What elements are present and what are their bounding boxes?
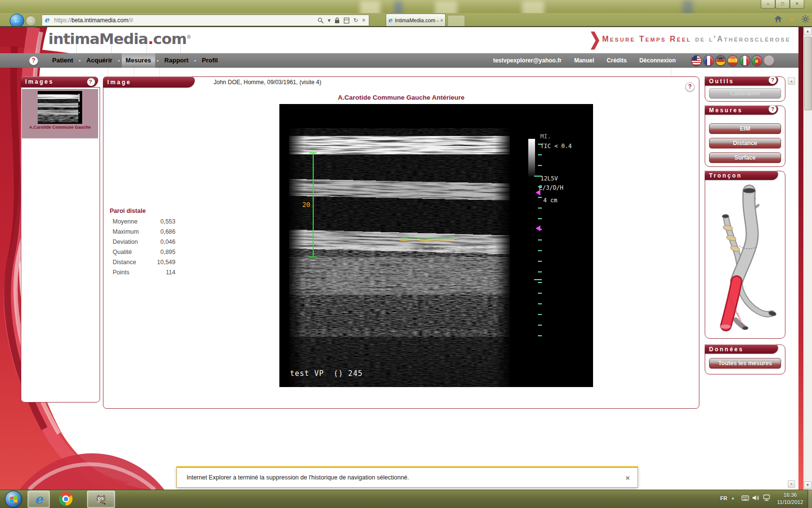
flag-de-icon[interactable] [715,55,726,66]
tray-keyboard-icon[interactable] [741,494,750,503]
search-icon[interactable] [318,17,324,24]
outils-help-button[interactable]: ? [768,76,777,84]
nav-item-patient[interactable]: Patient [48,53,77,68]
ie-notification-bar: Internet Explorer a terminé la suppressi… [176,466,638,488]
scrollbar-down-button[interactable]: ▼ [804,481,812,489]
refresh-icon[interactable]: ↻ [353,17,358,24]
distance-button[interactable]: Distance [709,138,781,149]
tray-network-icon[interactable] [763,494,771,503]
divider [134,68,134,76]
bg-right-red-strip [798,27,803,490]
close-icon: × [796,1,798,6]
artery-diagram[interactable]: © 2011 IntimaMedia.com [711,184,779,335]
site-logo[interactable]: intimaMedia.com® [48,30,191,47]
compatibility-view-icon[interactable] [344,17,349,24]
tab-close-icon[interactable]: × [440,17,443,23]
tab-favicon: e [388,17,395,24]
nav-right-group: testvpexplorer@yahoo.fr Manuel Crédits D… [493,53,774,68]
caliper-bottom-cap[interactable] [309,256,317,257]
search-dropdown-caret[interactable]: ▾ [328,17,331,24]
taskbar-chrome-button[interactable] [59,492,72,506]
taskbar [0,490,812,508]
browser-forward-button[interactable]: → [26,15,36,26]
start-button[interactable] [5,491,22,508]
nav-item-acquerir[interactable]: Acquérir [83,53,116,68]
address-bar[interactable]: e https://beta.intimamedia.com/# ▾ ↻ × [42,15,369,26]
url-text[interactable]: https://beta.intimamedia.com/# [54,17,133,24]
grayscale-bar [528,139,535,177]
nav-link-manuel[interactable]: Manuel [574,57,594,64]
window-close-button[interactable]: × [790,0,804,9]
taskbar-clock[interactable]: 16:36 11/10/2012 [777,492,803,506]
nav-help-button[interactable]: ? [29,56,38,65]
flag-fr-icon[interactable] [703,55,714,66]
thumbnail-caption: A.Carotide Commune Gauche [22,125,98,130]
dot-separator: • [155,58,161,63]
ultrasound-thumbnail[interactable] [38,91,82,124]
browser-tab[interactable]: e IntimaMedia.com - Intellig... × [386,14,446,26]
settings-gear-icon[interactable] [800,15,810,25]
dot-separator: • [77,58,83,63]
tray-volume-icon[interactable] [752,494,760,503]
divider [108,68,108,76]
surface-button[interactable]: Surface [709,152,781,163]
focus-marker-icon [536,190,540,195]
images-help-button[interactable]: ? [87,78,95,86]
site-tagline: ❯ Mesure Temps Réel de l'Athérosclérose [589,33,791,45]
depth-ruler [538,144,542,337]
language-indicator[interactable]: FR [720,495,727,501]
caliper-line[interactable] [313,153,314,257]
dot-separator: • [192,58,198,63]
probe-label: 12L5V [540,175,558,182]
scrollbar-thumb[interactable] [804,37,812,110]
content-scroll-down-button[interactable]: ▼ [788,480,795,488]
window-maximize-button[interactable]: □ [775,0,790,9]
nav-item-profil[interactable]: Profil [198,53,221,68]
scrollbar-up-button[interactable]: ▲ [804,28,812,35]
images-panel-header: Images ? [21,76,98,87]
hidden-icons-arrow[interactable]: ▴ [732,495,734,500]
mesures-help-button[interactable]: ? [768,105,777,113]
content-scroll-up-button[interactable]: ▲ [788,77,795,85]
flag-es-icon[interactable] [727,55,738,66]
home-icon[interactable] [773,15,783,25]
ultrasound-footer-text: test VP () 245 [290,369,362,378]
chrome-icon [62,495,69,502]
image-help-button[interactable]: ? [685,82,695,91]
nav-link-credits[interactable]: Crédits [607,57,626,64]
toutes-les-mesures-button[interactable]: Toutes les mesures [709,358,781,369]
taskbar-gimp-button[interactable] [87,491,115,508]
nav-link-deconnexion[interactable]: Déconnexion [639,57,676,64]
stop-icon[interactable]: × [362,17,365,24]
ruler-major-tick [534,279,542,280]
main-menu: Patient• Acquérir• Mesures• Rapport• Pro… [48,53,222,68]
eim-button[interactable]: EIM [709,123,781,134]
divider [146,45,147,53]
maximize-icon: □ [781,1,784,6]
calibration-button: Calibration [709,88,781,99]
flag-us-icon[interactable] [691,55,702,66]
patient-info: John DOE, Homme, 09/03/1961, (visite 4) [214,79,321,86]
troncon-panel-title: Tronçon [709,172,742,179]
flag-pt-icon[interactable] [752,55,762,66]
gimp-icon [95,494,107,505]
clock-time: 16:36 [777,492,803,499]
flag-it-icon[interactable] [740,55,750,66]
measure-row: Moyenne0,553 [113,218,175,225]
ruler-major-tick [534,176,542,177]
caliper-label: 20 [294,201,310,209]
mi-label: MI. [540,133,551,140]
notification-close-icon[interactable]: × [625,474,630,482]
caliper-top-cap[interactable] [309,152,317,153]
favorites-star-icon[interactable]: ★ [787,15,797,25]
chevron-icon: ❯ [589,31,601,46]
new-tab-button[interactable] [448,15,465,27]
notification-text: Internet Explorer a terminé la suppressi… [187,474,409,481]
window-minimize-button[interactable]: – [761,0,775,9]
ultrasound-canvas[interactable]: 20 MI. TIC < 0.4 12L5V E/3/D/H 4 cm test… [279,104,593,387]
taskbar-ie-button[interactable]: e [28,491,50,508]
nav-item-mesures[interactable]: Mesures [122,53,155,68]
tic-label: TIC < 0.4 [540,143,572,149]
show-desktop-button[interactable] [808,490,812,508]
nav-item-rapport[interactable]: Rapport [160,53,192,68]
